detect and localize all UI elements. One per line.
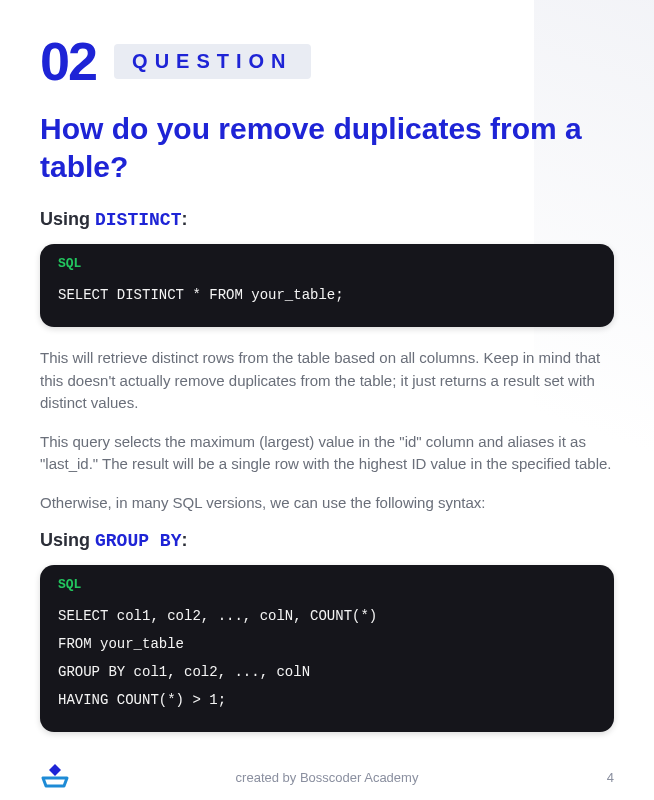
question-label: QUESTION: [114, 44, 310, 79]
paragraph: Otherwise, in many SQL versions, we can …: [40, 492, 614, 515]
page-content: 02 QUESTION How do you remove duplicates…: [0, 0, 654, 732]
svg-marker-1: [43, 778, 67, 786]
paragraph: This query selects the maximum (largest)…: [40, 431, 614, 476]
subhead-suffix: :: [181, 209, 187, 229]
subhead-keyword: GROUP BY: [95, 531, 181, 551]
code-content: SELECT col1, col2, ..., colN, COUNT(*) F…: [40, 596, 614, 732]
bosscoder-logo-icon: [40, 764, 70, 790]
section-heading-groupby: Using GROUP BY:: [40, 530, 614, 551]
code-block-groupby: SQL SELECT col1, col2, ..., colN, COUNT(…: [40, 565, 614, 732]
question-header: 02 QUESTION: [40, 30, 614, 92]
section-heading-distinct: Using DISTINCT:: [40, 209, 614, 230]
subhead-suffix: :: [181, 530, 187, 550]
code-content: SELECT DISTINCT * FROM your_table;: [40, 275, 614, 327]
svg-marker-0: [49, 764, 61, 776]
page-number: 4: [607, 770, 614, 785]
code-language-label: SQL: [40, 244, 614, 275]
paragraph: This will retrieve distinct rows from th…: [40, 347, 614, 415]
question-number: 02: [40, 30, 96, 92]
subhead-prefix: Using: [40, 209, 95, 229]
subhead-prefix: Using: [40, 530, 95, 550]
footer-credit: created by Bosscoder Academy: [236, 770, 419, 785]
page-footer: created by Bosscoder Academy 4: [0, 764, 654, 790]
question-title: How do you remove duplicates from a tabl…: [40, 110, 614, 185]
code-block-distinct: SQL SELECT DISTINCT * FROM your_table;: [40, 244, 614, 327]
subhead-keyword: DISTINCT: [95, 210, 181, 230]
code-language-label: SQL: [40, 565, 614, 596]
